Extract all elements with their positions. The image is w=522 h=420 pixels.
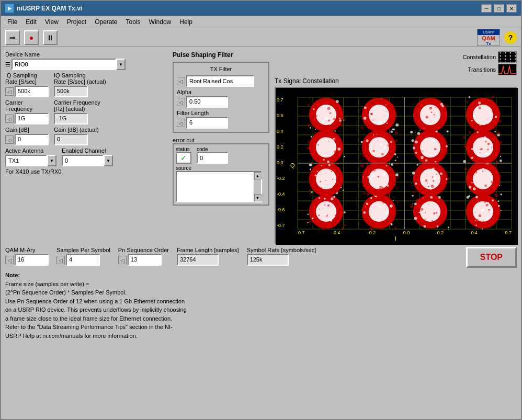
device-name-label: Device Name bbox=[5, 51, 167, 58]
tab-constellation-preview bbox=[498, 51, 517, 63]
alpha-decrement[interactable]: ◁ bbox=[177, 98, 185, 106]
device-name-input[interactable]: RIO0 bbox=[12, 59, 116, 70]
menu-help[interactable]: Help bbox=[175, 17, 197, 27]
carrier-row: CarrierFrequency ◁ 1G Carrier Frequency[… bbox=[5, 99, 167, 124]
error-status-row: status ✓ code 0 bbox=[176, 146, 266, 164]
maximize-button[interactable]: □ bbox=[494, 4, 504, 13]
middle-panel: Pulse Shaping Filter TX Filter ◁ Root Ra… bbox=[173, 51, 269, 244]
samples-input[interactable]: 4 bbox=[66, 254, 100, 266]
qam-field: QAM M-Ary ◁ 16 bbox=[5, 247, 49, 266]
qam-input[interactable]: 16 bbox=[15, 254, 49, 266]
iq-sampling-input1[interactable]: 500k bbox=[15, 86, 49, 97]
tab-transitions[interactable]: Transitions bbox=[468, 64, 517, 75]
qam-label: QAM M-Ary bbox=[5, 247, 49, 253]
run-button[interactable]: ⇒ bbox=[5, 30, 20, 45]
filter-length-input[interactable]: 6 bbox=[186, 117, 228, 129]
top-section: Device Name ☰ RIO0 ▼ IQ SamplingRate [S/… bbox=[5, 51, 517, 244]
tx-filter-arrow[interactable]: ◁ bbox=[177, 77, 185, 85]
menu-edit[interactable]: Edit bbox=[21, 17, 41, 27]
iq-sampling-group2: IQ SamplingRate [S/sec] (actual) 500k bbox=[54, 72, 106, 97]
source-label: source bbox=[176, 165, 191, 171]
menu-view[interactable]: View bbox=[41, 17, 63, 27]
y-label-0.6: 0.6 bbox=[277, 113, 285, 118]
title-bar-controls: ─ □ ✕ bbox=[481, 4, 517, 13]
filter-length-group: Filter Length ◁ 6 bbox=[177, 110, 265, 129]
note-line5: a frame size close to the ideal frame si… bbox=[5, 315, 172, 322]
pause-button[interactable]: ⏸ bbox=[43, 30, 58, 45]
filter-length-decrement[interactable]: ◁ bbox=[177, 119, 185, 127]
main-window: ▶ niUSRP EX QAM Tx.vi ─ □ ✕ File Edit Vi… bbox=[0, 0, 522, 420]
alpha-input[interactable]: 0.50 bbox=[186, 96, 228, 108]
status-box: ✓ bbox=[176, 152, 191, 164]
status-label: status bbox=[176, 146, 191, 152]
note-line2: (2^Pn Sequence Order) * Samples Per Symb… bbox=[5, 289, 127, 296]
filter-length-label: Filter Length bbox=[177, 110, 265, 116]
iq-sampling-decrement[interactable]: ◁ bbox=[5, 87, 14, 96]
pn-input-wrapper: ◁ 13 bbox=[118, 254, 169, 266]
enabled-channel-dropdown-btn[interactable]: ▼ bbox=[104, 155, 113, 166]
gain-decrement[interactable]: ◁ bbox=[5, 135, 14, 144]
gain-row: Gain [dB] ◁ 0 Gain [dB] (actual) 0 bbox=[5, 127, 167, 145]
source-scroll-up[interactable]: ▲ bbox=[254, 172, 262, 179]
tx-filter-value[interactable]: Root Raised Cos bbox=[186, 75, 254, 87]
bottom-section: QAM M-Ary ◁ 16 Samples Per Symbol ◁ 4 bbox=[5, 247, 517, 268]
note-line6: Refer to the "Data Streaming Performance… bbox=[5, 324, 173, 330]
device-name-dropdown-btn[interactable]: ▼ bbox=[116, 59, 126, 70]
samples-decrement[interactable]: ◁ bbox=[56, 256, 65, 264]
close-button[interactable]: ✕ bbox=[506, 4, 517, 13]
note-section: Note: Frame size (samples per write) = (… bbox=[5, 271, 517, 415]
source-scrollbar-v: ▲ ▼ bbox=[254, 172, 261, 201]
status-col: status ✓ bbox=[176, 146, 191, 164]
y-label-n0.7: -0.7 bbox=[277, 223, 285, 228]
x-label-n0.4: -0.4 bbox=[332, 230, 341, 235]
y-label-0.4: 0.4 bbox=[277, 129, 285, 134]
toolbar: ⇒ ● ⏸ USRP QAM Tx ? bbox=[1, 28, 521, 47]
qam-decrement[interactable]: ◁ bbox=[5, 256, 14, 264]
carrier-decrement[interactable]: ◁ bbox=[5, 115, 14, 123]
enabled-channel-input[interactable]: 0 bbox=[62, 155, 104, 166]
y-label-n0.6: -0.6 bbox=[277, 207, 285, 212]
active-antenna-dropdown-btn[interactable]: ▼ bbox=[47, 155, 56, 166]
carrier-input1-wrapper: ◁ 1G bbox=[5, 113, 49, 124]
app-icon: ▶ bbox=[5, 4, 14, 13]
source-area: source ▲ ▼ bbox=[176, 165, 266, 202]
pn-field: Pn Sequence Order ◁ 13 bbox=[118, 247, 169, 266]
note-line4: on a USRP RIO device. This prevents unde… bbox=[5, 307, 187, 313]
alpha-label: Alpha bbox=[177, 89, 265, 95]
menu-tools[interactable]: Tools bbox=[122, 17, 145, 27]
x-label-0.0: 0.0 bbox=[403, 230, 410, 235]
gain-input1[interactable]: 0 bbox=[15, 134, 49, 145]
menu-window[interactable]: Window bbox=[145, 17, 176, 27]
active-antenna-input[interactable]: TX1 bbox=[5, 155, 47, 166]
gain-input1-wrapper: ◁ 0 bbox=[5, 134, 49, 145]
iq-sampling-row: IQ SamplingRate [S/sec] ◁ 500k IQ Sampli… bbox=[5, 72, 167, 97]
menu-file[interactable]: File bbox=[3, 17, 21, 27]
x-label-n0.2: -0.2 bbox=[368, 230, 376, 235]
source-scroll-down[interactable]: ▼ bbox=[254, 194, 262, 201]
carrier-label2: Carrier Frequency[Hz] (actual) bbox=[54, 99, 100, 112]
minimize-button[interactable]: ─ bbox=[481, 4, 492, 13]
iq-sampling-label1: IQ SamplingRate [S/sec] bbox=[5, 72, 49, 85]
pn-input[interactable]: 13 bbox=[128, 254, 162, 266]
tab-constellation[interactable]: Constellation bbox=[462, 51, 517, 63]
stop-button-main[interactable]: STOP bbox=[466, 247, 517, 268]
enabled-channel-group: Enabled Channel 0 ▼ bbox=[62, 147, 113, 166]
help-button[interactable]: ? bbox=[504, 31, 517, 44]
symbol-rate-input: 125k bbox=[247, 254, 289, 266]
gain-group2: Gain [dB] (actual) 0 bbox=[54, 127, 99, 145]
note-line3: Use Pn Sequence Order of 12 when using a… bbox=[5, 298, 185, 304]
iq-sampling-label2: IQ SamplingRate [S/sec] (actual) bbox=[54, 72, 106, 85]
status-checkmark: ✓ bbox=[180, 154, 187, 162]
carrier-input1[interactable]: 1G bbox=[15, 113, 49, 124]
menu-operate[interactable]: Operate bbox=[90, 17, 121, 27]
menu-project[interactable]: Project bbox=[63, 17, 90, 27]
pn-decrement[interactable]: ◁ bbox=[118, 256, 127, 264]
enabled-channel-dropdown-wrapper: 0 ▼ bbox=[62, 155, 113, 166]
x-label-0.4: 0.4 bbox=[471, 230, 478, 235]
menu-bar: File Edit View Project Operate Tools Win… bbox=[1, 16, 521, 28]
y-label-n0.2: -0.2 bbox=[277, 176, 285, 181]
tab-constellation-label: Constellation bbox=[462, 54, 496, 60]
stop-button[interactable]: ● bbox=[24, 30, 39, 45]
gain-input2: 0 bbox=[54, 134, 88, 145]
note-line1: Frame size (samples per write) = bbox=[5, 281, 89, 287]
